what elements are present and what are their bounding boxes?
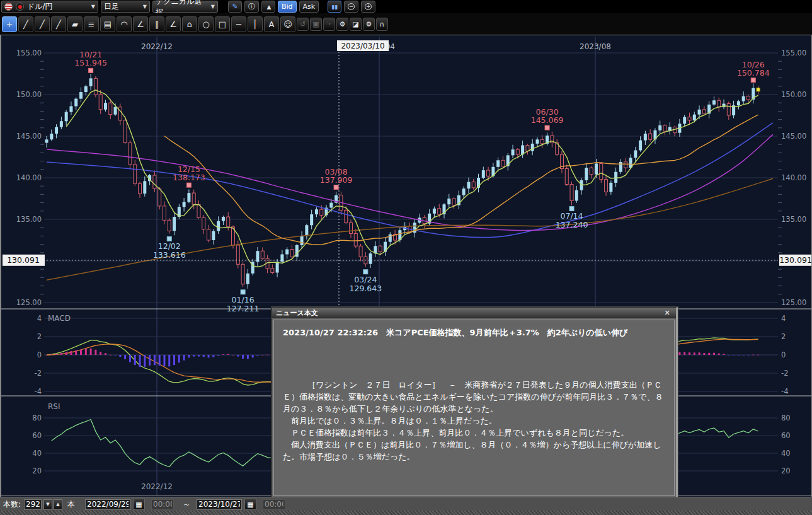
svg-text:4: 4: [781, 314, 786, 323]
trendline1-tool-button[interactable]: ╱: [18, 16, 33, 32]
text-tool-icon: A: [269, 20, 275, 29]
circle-tool-icon: ○: [202, 20, 209, 29]
date-to-calendar-button[interactable]: ▦: [244, 499, 256, 510]
svg-text:130.091: 130.091: [7, 255, 40, 265]
info-icon: ⓘ: [248, 2, 255, 11]
history-undo-tool-button[interactable]: ↺: [297, 18, 309, 31]
info-button[interactable]: ⓘ: [244, 1, 259, 13]
svg-text:01/16: 01/16: [232, 295, 254, 304]
fibonacci-arc-tool-icon: ◠: [120, 20, 127, 29]
draw-pencil-button[interactable]: ✎: [228, 1, 242, 13]
svg-text:-4: -4: [35, 387, 42, 396]
svg-text:137.240: 137.240: [556, 220, 588, 229]
chevron-down-icon: ▼: [143, 4, 147, 9]
eraser-tool-button[interactable]: ◪: [350, 18, 362, 31]
trendline2-tool-button[interactable]: ╱: [35, 16, 50, 32]
svg-text:-4: -4: [781, 387, 788, 396]
candle-chart-icon: ▮▮: [331, 4, 338, 10]
text-tool-button[interactable]: A: [264, 16, 279, 32]
date-from-input[interactable]: [85, 499, 130, 510]
svg-text:2: 2: [37, 332, 42, 341]
vertical-segment-tool-button[interactable]: │: [248, 16, 263, 32]
svg-text:40: 40: [32, 449, 42, 458]
resize-grip-strip[interactable]: [0, 511, 812, 515]
bid-button[interactable]: Bid: [278, 1, 297, 13]
spinner-up-icon: ▲: [56, 502, 59, 507]
svg-text:2: 2: [781, 332, 786, 341]
close-icon[interactable]: ✕: [662, 309, 672, 317]
magnet-tool-button[interactable]: ∩: [376, 18, 388, 31]
svg-text:2023/03/10: 2023/03/10: [341, 42, 384, 50]
horizontal-lines-dense-tool-button[interactable]: ▤: [100, 16, 115, 32]
zoom-out-icon: −: [348, 3, 355, 10]
trendline2-tool-icon: ╱: [40, 20, 45, 29]
currency-pair-dropdown[interactable]: ドル/円 ▼: [1, 1, 98, 13]
svg-text:155.00: 155.00: [781, 49, 806, 57]
svg-text:MACD: MACD: [48, 314, 71, 323]
svg-text:12/02: 12/02: [158, 241, 181, 251]
svg-text:150.00: 150.00: [16, 90, 42, 99]
pentagon-tool-button[interactable]: ⌂: [182, 16, 197, 32]
date-to-input[interactable]: [197, 499, 242, 510]
main-toolbar: ドル/円 ▼ 日足 ▼ テクニカル選択 ▼ ✎ ⓘ ▲ Bid Ask ▮▮ −…: [0, 0, 812, 13]
measure-tool-button[interactable]: ▰: [67, 16, 83, 32]
wrench-tool-icon: ⚙: [340, 20, 346, 28]
horizontal-lines-tool-button[interactable]: ≡: [84, 16, 99, 32]
svg-text:138.173: 138.173: [173, 173, 205, 182]
zoom-in-button[interactable]: +: [361, 1, 375, 13]
horizontal-lines-dense-tool-icon: ▤: [104, 20, 112, 29]
technical-select-button[interactable]: テクニカル選択 ▼: [152, 1, 218, 13]
candle-chart-type-button[interactable]: ▮▮: [328, 1, 341, 13]
svg-text:RSI: RSI: [48, 402, 60, 411]
pan-hand-tool-button[interactable]: ☞: [323, 18, 335, 31]
fan-lines2-tool-button[interactable]: ∠: [166, 16, 181, 32]
svg-text:137.909: 137.909: [320, 175, 353, 185]
vertical-segment-tool-icon: │: [253, 20, 258, 29]
pentagon-tool-icon: ⌂: [187, 20, 192, 29]
interval-dropdown[interactable]: 日足 ▼: [101, 1, 150, 13]
copy-tool-button[interactable]: ▣: [310, 18, 322, 31]
icon-stamp-tool-icon: ☺: [283, 20, 292, 29]
swing-annotations: 10/21151.94512/15138.17303/08137.90906/3…: [74, 50, 769, 313]
us-flag-icon: [4, 3, 13, 11]
svg-text:127.211: 127.211: [227, 304, 260, 313]
vertical-lines-tool-button[interactable]: ∥: [149, 16, 164, 32]
zoom-out-button[interactable]: −: [344, 1, 358, 13]
fan-lines-tool-button[interactable]: ∠: [133, 16, 148, 32]
rectangle-tool-button[interactable]: □: [215, 16, 230, 32]
chevron-down-icon: ▼: [91, 4, 95, 9]
trendline1-tool-icon: ╱: [23, 20, 28, 29]
horizontal-segment-tool-button[interactable]: ─: [231, 16, 246, 32]
candles: [45, 74, 760, 289]
bar-count-increment-button[interactable]: ▲: [54, 499, 62, 510]
news-popup-titlebar[interactable]: ニュース本文 ✕: [272, 308, 676, 318]
news-headline: 2023/10/27 22:32:26 米コアPCE価格指数、9月前年比＋3.7…: [283, 327, 665, 339]
crosshair-tool-button[interactable]: +: [2, 16, 17, 32]
chevron-down-icon: ▼: [211, 4, 215, 9]
trendline3-tool-button[interactable]: ╱: [51, 16, 66, 32]
fan-lines-tool-icon: ∠: [137, 20, 144, 29]
area-chart-button[interactable]: ▲: [261, 1, 275, 13]
horizontal-segment-tool-icon: ─: [236, 20, 241, 29]
svg-text:145.00: 145.00: [16, 132, 42, 141]
range-separator: ～: [183, 499, 190, 510]
svg-text:-2: -2: [35, 369, 42, 378]
ask-label: Ask: [303, 3, 316, 11]
svg-text:150.00: 150.00: [781, 90, 806, 99]
wrench-tool-button[interactable]: ⚙: [336, 18, 348, 31]
news-body: ［ワシントン ２７日 ロイター］ － 米商務省が２７日発表した９月の個人消費支出…: [283, 379, 665, 463]
settings-list-tool-button[interactable]: ⚙: [363, 18, 375, 31]
bar-count-decrement-button[interactable]: ▼: [43, 499, 52, 510]
spinner-down-icon: ▼: [46, 502, 49, 507]
date-from-calendar-button[interactable]: ▦: [133, 499, 145, 510]
current-price-line: 130.091130.091: [3, 255, 811, 266]
svg-text:140.00: 140.00: [16, 173, 42, 182]
ask-button[interactable]: Ask: [299, 1, 319, 13]
icon-stamp-tool-button[interactable]: ☺: [280, 16, 295, 32]
fibonacci-arc-tool-button[interactable]: ◠: [117, 16, 132, 32]
calendar-icon: ▦: [135, 501, 142, 509]
bar-count-input[interactable]: [24, 499, 42, 510]
pencil-icon: ✎: [232, 3, 237, 11]
circle-tool-button[interactable]: ○: [198, 16, 214, 32]
svg-text:125.00: 125.00: [16, 298, 42, 307]
